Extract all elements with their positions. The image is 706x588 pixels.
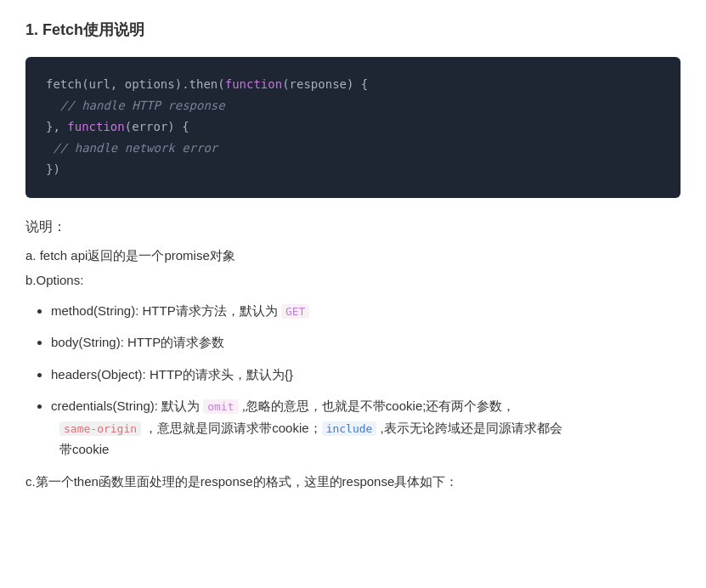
code-line-5: }) [46, 159, 660, 180]
credentials-text-2: ,忽略的意思，也就是不带cookie;还有两个参数， [239, 399, 516, 413]
code-line-1: fetch(url, options).then(function(respon… [46, 74, 660, 95]
credentials-text-3: ，意思就是同源请求带cookie； [141, 421, 322, 435]
list-item-headers: headers(Object): HTTP的请求头，默认为{} [51, 364, 681, 386]
credentials-text-4: ,表示无论跨域还是同源请求都会 [376, 421, 562, 435]
credentials-text-5: 带cookie [59, 442, 109, 456]
method-code: GET [281, 304, 309, 319]
desc-label: 说明： [25, 215, 681, 238]
desc-item-a: a. fetch api返回的是一个promise对象 [25, 245, 681, 267]
credentials-text-1: credentials(String): 默认为 [51, 399, 203, 413]
headers-text: headers(Object): HTTP的请求头，默认为{} [51, 367, 293, 382]
list-item-body: body(String): HTTP的请求参数 [51, 331, 681, 353]
list-item-method: method(String): HTTP请求方法，默认为 GET [51, 300, 681, 322]
body-text: body(String): HTTP的请求参数 [51, 335, 224, 349]
code-block: fetch(url, options).then(function(respon… [25, 57, 681, 198]
omit-code: omit [203, 399, 238, 414]
method-text: method(String): HTTP请求方法，默认为 [51, 303, 281, 318]
list-item-credentials: credentials(String): 默认为 omit ,忽略的意思，也就是… [51, 395, 681, 461]
main-content: 1. Fetch使用说明 fetch(url, options).then(fu… [25, 17, 681, 492]
description-block: 说明： a. fetch api返回的是一个promise对象 b.Option… [25, 215, 681, 493]
code-line-4: // handle network error [46, 138, 660, 159]
desc-item-b: b.Options: [25, 269, 681, 291]
desc-item-c: c.第一个then函数里面处理的是response的格式，这里的response… [25, 471, 681, 493]
section-title: 1. Fetch使用说明 [25, 17, 681, 43]
code-line-3: }, function(error) { [46, 116, 660, 138]
code-line-2: // handle HTTP response [46, 95, 660, 116]
same-origin-code: same-origin [59, 421, 141, 436]
bullet-list: method(String): HTTP请求方法，默认为 GET body(St… [25, 300, 681, 461]
include-code: include [322, 421, 377, 436]
